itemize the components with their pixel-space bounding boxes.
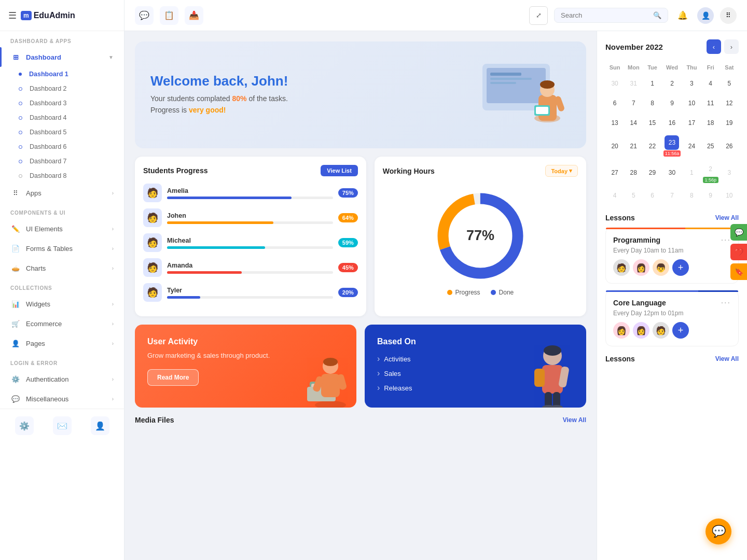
calendar-day-cell[interactable]: 9 [662, 93, 683, 113]
cards-row: Students Progress View List 🧑 Amelia 75%… [135, 157, 586, 316]
calendar-day-cell[interactable]: 5 [624, 186, 643, 205]
calendar-day-cell[interactable]: 1 [643, 74, 661, 93]
read-more-button[interactable]: Read More [147, 369, 199, 386]
calendar-day-cell[interactable]: 15 [643, 113, 661, 133]
sidebar-item-miscellaneous[interactable]: 💬 Miscellaneous › [0, 389, 124, 409]
lesson-card-header: Core Language ··· [613, 298, 731, 307]
calendar-day-cell[interactable]: 20 [605, 133, 624, 159]
sidebar-item-authentication[interactable]: ⚙️ Authentication › [0, 369, 124, 389]
calendar-day-cell[interactable]: 21:56p [701, 159, 720, 186]
lesson-avatars: 👩 👩 🧑 + [613, 322, 731, 339]
calendar-day-cell[interactable]: 27 [605, 159, 624, 186]
media-files-view-all[interactable]: View All [563, 416, 586, 424]
sidebar-item-ui-elements[interactable]: ✏️ UI Elements › [0, 219, 124, 239]
sidebar-item-dashboard7[interactable]: Dashboard 7 [19, 154, 124, 169]
sidebar-item-forms-tables[interactable]: 📄 Forms & Tables › [0, 239, 124, 258]
calendar-day-cell[interactable]: 14 [624, 113, 643, 133]
calendar-day-cell[interactable]: 12 [720, 93, 739, 113]
calendar-day-cell[interactable]: 6 [643, 186, 661, 205]
time-badge: 11:56a [663, 150, 681, 157]
calendar-day-cell[interactable]: 28 [624, 159, 643, 186]
bottom-mail-icon[interactable]: ✉️ [53, 416, 72, 435]
calendar-day-cell[interactable]: 2 [662, 74, 683, 93]
sidebar-item-dashboard3[interactable]: Dashboard 3 [19, 96, 124, 110]
search-input[interactable] [561, 11, 649, 19]
calendar-day-cell[interactable]: 4 [605, 186, 624, 205]
sidebar-item-apps[interactable]: ⠿ Apps › [0, 183, 124, 203]
quick-icon-red[interactable]: ❤️ [730, 244, 747, 260]
lessons-view-all[interactable]: View All [715, 214, 739, 221]
topbar-chat-button[interactable]: 💬 [135, 6, 154, 25]
calendar-day-cell[interactable]: 6 [605, 93, 624, 113]
calendar-day-cell[interactable]: 19 [720, 113, 739, 133]
calendar-day-cell[interactable]: 24 [682, 133, 701, 159]
calendar-day-cell[interactable]: 22 [643, 133, 661, 159]
sidebar-item-dashboard[interactable]: ⊞ Dashboard ▼ [0, 47, 124, 67]
working-hours-header: Working Hours Today ▾ [383, 165, 578, 177]
calendar-day-cell[interactable]: 3 [720, 159, 739, 186]
calendar-day-cell[interactable]: 10 [720, 186, 739, 205]
calendar-day-cell[interactable]: 3 [682, 74, 701, 93]
calendar-day-cell[interactable]: 16 [662, 113, 683, 133]
topbar-board-button[interactable]: 📋 [160, 6, 178, 25]
bottom-profile-icon[interactable]: 👤 [91, 416, 109, 435]
add-student-button[interactable]: + [672, 259, 689, 276]
calendar-day-cell[interactable]: 8 [643, 93, 661, 113]
sidebar-item-dashboard8[interactable]: Dashboard 8 [19, 169, 124, 183]
view-list-button[interactable]: View List [321, 165, 357, 176]
today-button[interactable]: Today ▾ [545, 165, 578, 177]
calendar-day-cell[interactable]: 30 [662, 159, 683, 186]
sidebar-item-widgets[interactable]: 📊 Widgets › [0, 294, 124, 314]
calendar-day-cell[interactable]: 17 [682, 113, 701, 133]
topbar-download-button[interactable]: 📥 [185, 6, 203, 25]
notification-bell[interactable]: 🔔 [674, 7, 691, 24]
calendar-day-cell[interactable]: 30 [605, 74, 624, 93]
cal-prev-button[interactable]: ‹ [707, 39, 721, 54]
cal-next-button[interactable]: › [724, 39, 739, 54]
user-avatar[interactable]: 👤 [697, 7, 714, 24]
calendar-day-cell[interactable]: 29 [643, 159, 661, 186]
calendar-day-cell[interactable]: 31 [624, 74, 643, 93]
calendar-day-cell[interactable]: 25 [701, 133, 720, 159]
calendar-day-cell[interactable]: 10 [682, 93, 701, 113]
fullscreen-button[interactable]: ⤢ [529, 6, 548, 25]
bottom-settings-icon[interactable]: ⚙️ [15, 416, 34, 435]
search-bar[interactable]: 🔍 [554, 8, 668, 23]
section-label-components: COMPONENTS & UI [0, 203, 124, 219]
quick-icon-orange[interactable]: 🔖 [730, 263, 747, 280]
welcome-banner: Welcome back, John! Your students compla… [135, 41, 586, 148]
calendar-day-cell[interactable]: 7 [624, 93, 643, 113]
calendar-day-cell[interactable]: 7 [662, 186, 683, 205]
calendar-day-cell[interactable]: 18 [701, 113, 720, 133]
calendar-day-cell[interactable]: 2311:56a [662, 133, 683, 159]
lesson-menu-button[interactable]: ··· [721, 298, 731, 307]
sidebar-item-dashboard6[interactable]: Dashboard 6 [19, 139, 124, 154]
calendar-week-row: 27282930121:56p3 [605, 159, 739, 186]
calendar-day-cell[interactable]: 5 [720, 74, 739, 93]
sidebar-item-ecommerce[interactable]: 🛒 Ecommerce › [0, 314, 124, 333]
hamburger-icon[interactable]: ☰ [8, 10, 17, 21]
calendar-day-cell[interactable]: 9 [701, 186, 720, 205]
lessons-bottom-view-all[interactable]: View All [715, 355, 739, 362]
quick-action-icons: 💬 ❤️ 🔖 [730, 224, 747, 280]
calendar-day-cell[interactable]: 26 [720, 133, 739, 159]
calendar-day-cell[interactable]: 1 [682, 159, 701, 186]
topbar-dots-button[interactable]: ⠿ [720, 7, 737, 24]
sidebar-item-dashboard1[interactable]: Dashboard 1 [19, 67, 124, 81]
calendar-day-cell[interactable]: 8 [682, 186, 701, 205]
calendar-day-cell[interactable]: 11 [701, 93, 720, 113]
add-student-button[interactable]: + [672, 322, 689, 339]
dashboard8-label: Dashboard 8 [30, 172, 67, 179]
sidebar-item-pages[interactable]: 👤 Pages › [0, 333, 124, 353]
calendar-day-cell[interactable]: 4 [701, 74, 720, 93]
progress-bar-fill [167, 271, 242, 274]
sidebar-item-dashboard2[interactable]: Dashboard 2 [19, 81, 124, 96]
calendar-day-cell[interactable]: 13 [605, 113, 624, 133]
lesson-menu-button[interactable]: ··· [721, 235, 731, 245]
quick-icon-green[interactable]: 💬 [730, 224, 747, 241]
calendar-day-cell[interactable]: 21 [624, 133, 643, 159]
float-chat-button[interactable]: 💬 [706, 519, 731, 544]
sidebar-item-dashboard4[interactable]: Dashboard 4 [19, 110, 124, 125]
sidebar-item-charts[interactable]: 🥧 Charts › [0, 258, 124, 278]
sidebar-item-dashboard5[interactable]: Dashboard 5 [19, 125, 124, 139]
